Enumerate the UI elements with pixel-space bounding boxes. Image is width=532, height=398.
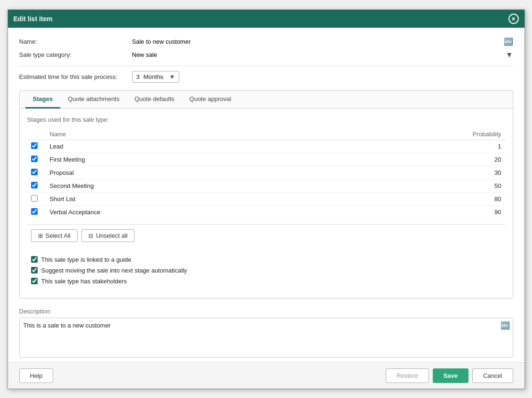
estimated-time-label: Estimated time for this sale process: xyxy=(19,73,132,80)
stage-checkbox-cell xyxy=(27,166,46,179)
stage-checkbox-3[interactable] xyxy=(31,182,38,188)
unselect-all-button[interactable]: Unselect all xyxy=(81,229,135,242)
options-section: This sale type is linked to a guide Sugg… xyxy=(27,252,505,290)
stage-checkbox-2[interactable] xyxy=(31,169,38,175)
dialog-body: Name: Sale to new customer 🔤 Sale type c… xyxy=(8,28,524,362)
action-buttons: Select All Unselect all xyxy=(27,224,505,247)
option-row: This sale type has stakeholders xyxy=(31,278,501,285)
stage-prob-cell: 30 xyxy=(329,166,505,179)
table-row: Short List 80 xyxy=(27,192,505,205)
stages-table: Name Probability Lead 1 First Meeting 20 xyxy=(27,129,505,219)
description-textarea-wrapper: 🔤 xyxy=(19,318,513,358)
stage-checkbox-cell xyxy=(27,205,46,219)
sale-type-value: New sale xyxy=(132,51,157,58)
dialog-footer: Help Restore Save Cancel xyxy=(8,362,524,389)
table-row: Proposal 30 xyxy=(27,166,505,179)
table-row: First Meeting 20 xyxy=(27,153,505,166)
sale-type-dropdown[interactable]: New sale ▼ xyxy=(132,51,513,59)
col-name: Name xyxy=(46,129,329,140)
stage-checkbox-cell xyxy=(27,140,46,153)
sale-type-label: Sale type category: xyxy=(19,51,132,58)
option-label-linked-to-guide: This sale type is linked to a guide xyxy=(41,256,132,263)
translate-icon[interactable]: 🔤 xyxy=(504,37,513,46)
stage-checkbox-cell xyxy=(27,179,46,192)
tabs-container: Stages Quote attachments Quote defaults … xyxy=(19,90,513,298)
tab-quote-approval[interactable]: Quote approval xyxy=(182,91,239,109)
option-row: This sale type is linked to a guide xyxy=(31,256,501,263)
select-all-button[interactable]: Select All xyxy=(31,229,78,242)
sale-type-row: Sale type category: New sale ▼ xyxy=(19,51,513,66)
stage-prob-cell: 20 xyxy=(329,153,505,166)
time-unit: Months xyxy=(143,73,164,80)
option-row: Suggest moving the sale into next stage … xyxy=(31,267,501,274)
unselect-all-label: Unselect all xyxy=(96,232,127,239)
tab-content-stages: Stages used for this sale type: Name Pro… xyxy=(20,109,513,298)
tab-quote-attachments[interactable]: Quote attachments xyxy=(60,91,127,109)
select-all-label: Select All xyxy=(46,232,71,239)
cancel-button[interactable]: Cancel xyxy=(472,368,513,383)
tab-quote-defaults[interactable]: Quote defaults xyxy=(127,91,182,109)
tab-stages[interactable]: Stages xyxy=(25,91,61,109)
stage-name-cell: Second Meeting xyxy=(46,179,329,192)
stage-name-cell: Lead xyxy=(46,140,329,153)
name-value: Sale to new customer xyxy=(132,38,191,45)
stage-checkbox-5[interactable] xyxy=(31,208,38,215)
stages-section-label: Stages used for this sale type: xyxy=(27,116,505,123)
stage-checkbox-4[interactable] xyxy=(31,195,38,202)
description-section: Description: 🔤 xyxy=(19,304,513,358)
table-row: Lead 1 xyxy=(27,140,505,153)
stage-name-cell: Short List xyxy=(46,192,329,205)
col-checkbox xyxy=(27,129,46,140)
stage-checkbox-cell xyxy=(27,153,46,166)
unselect-all-icon xyxy=(88,232,93,239)
stage-prob-cell: 50 xyxy=(329,179,505,192)
footer-right: Restore Save Cancel xyxy=(386,368,513,383)
estimated-time-row: Estimated time for this sale process: 3 … xyxy=(19,71,513,83)
close-button[interactable]: × xyxy=(508,14,519,24)
table-row: Verbal Acceptance 90 xyxy=(27,205,505,219)
stage-prob-cell: 1 xyxy=(329,140,505,153)
option-label-suggest-moving: Suggest moving the sale into next stage … xyxy=(41,267,187,274)
option-label-has-stakeholders: This sale type has stakeholders xyxy=(41,278,127,285)
col-probability: Probability xyxy=(329,129,505,140)
table-row: Second Meeting 50 xyxy=(27,179,505,192)
option-checkbox-has-stakeholders[interactable] xyxy=(31,278,38,284)
restore-button[interactable]: Restore xyxy=(386,368,429,383)
sale-type-arrow: ▼ xyxy=(506,51,513,59)
select-all-icon xyxy=(38,232,43,239)
stage-name-cell: Proposal xyxy=(46,166,329,179)
help-button[interactable]: Help xyxy=(19,368,54,383)
description-translate-icon[interactable]: 🔤 xyxy=(500,321,510,330)
tabs-header: Stages Quote attachments Quote defaults … xyxy=(20,91,513,109)
option-checkbox-suggest-moving[interactable] xyxy=(31,267,38,273)
stage-checkbox-cell xyxy=(27,192,46,205)
name-label: Name: xyxy=(19,38,132,45)
name-row: Name: Sale to new customer 🔤 xyxy=(19,37,513,46)
time-number: 3 xyxy=(136,73,140,80)
description-textarea[interactable] xyxy=(20,318,513,356)
estimated-time-select[interactable]: 3 Months ▼ xyxy=(132,71,180,83)
stage-prob-cell: 90 xyxy=(329,205,505,219)
dialog-title: Edit list item xyxy=(14,15,53,23)
stage-prob-cell: 80 xyxy=(329,192,505,205)
edit-list-item-dialog: Edit list item × Name: Sale to new custo… xyxy=(8,9,525,389)
time-dropdown-arrow: ▼ xyxy=(169,73,175,80)
stage-checkbox-1[interactable] xyxy=(31,156,38,162)
save-button[interactable]: Save xyxy=(433,368,468,383)
dialog-titlebar: Edit list item × xyxy=(8,10,524,28)
name-value-wrapper: Sale to new customer 🔤 xyxy=(132,37,513,46)
stage-name-cell: Verbal Acceptance xyxy=(46,205,329,219)
description-label: Description: xyxy=(19,308,513,315)
stage-name-cell: First Meeting xyxy=(46,153,329,166)
option-checkbox-linked-to-guide[interactable] xyxy=(31,256,38,263)
footer-left: Help xyxy=(19,368,54,383)
stage-checkbox-0[interactable] xyxy=(31,142,38,149)
